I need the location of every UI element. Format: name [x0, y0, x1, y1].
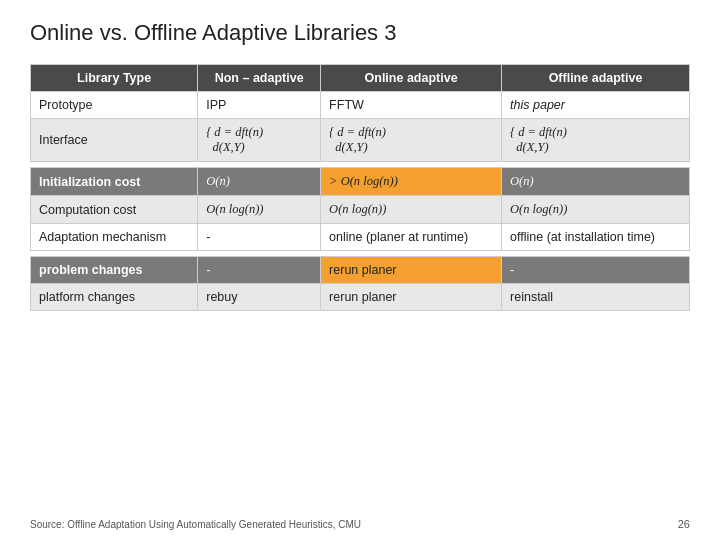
footer: Source: Offline Adaptation Using Automat…: [30, 511, 690, 530]
cell: O(n log(n)): [321, 196, 502, 224]
cell: O(n): [198, 168, 321, 196]
table-row: Initialization cost O(n) > O(n log(n)) O…: [31, 168, 690, 196]
page: Online vs. Offline Adaptive Libraries 3 …: [0, 0, 720, 540]
page-title: Online vs. Offline Adaptive Libraries 3: [30, 20, 690, 46]
cell: Adaptation mechanism: [31, 224, 198, 251]
cell: offline (at installation time): [502, 224, 690, 251]
cell: reinstall: [502, 284, 690, 311]
cell: -: [198, 257, 321, 284]
cell: this paper: [502, 92, 690, 119]
cell: rebuy: [198, 284, 321, 311]
cell: O(n log(n)): [502, 196, 690, 224]
col-header-0: Library Type: [31, 65, 198, 92]
table-row: Adaptation mechanism - online (planer at…: [31, 224, 690, 251]
comparison-table: Library Type Non – adaptive Online adapt…: [30, 64, 690, 311]
table-row: Computation cost O(n log(n)) O(n log(n))…: [31, 196, 690, 224]
cell: O(n log(n)): [198, 196, 321, 224]
cell: { d = dft(n) d(X,Y): [502, 119, 690, 162]
cell: { d = dft(n) d(X,Y): [198, 119, 321, 162]
cell: O(n): [502, 168, 690, 196]
table-row: problem changes - rerun planer -: [31, 257, 690, 284]
cell: > O(n log(n)): [321, 168, 502, 196]
cell: Computation cost: [31, 196, 198, 224]
cell: online (planer at runtime): [321, 224, 502, 251]
cell: { d = dft(n) d(X,Y): [321, 119, 502, 162]
cell: Prototype: [31, 92, 198, 119]
page-number: 26: [678, 518, 690, 530]
col-header-1: Non – adaptive: [198, 65, 321, 92]
table-row: Prototype IPP FFTW this paper: [31, 92, 690, 119]
cell: Interface: [31, 119, 198, 162]
cell: problem changes: [31, 257, 198, 284]
source-text: Source: Offline Adaptation Using Automat…: [30, 515, 361, 530]
table-row: Interface { d = dft(n) d(X,Y) { d = dft(…: [31, 119, 690, 162]
cell: -: [198, 224, 321, 251]
cell: FFTW: [321, 92, 502, 119]
cell: platform changes: [31, 284, 198, 311]
table-row: platform changes rebuy rerun planer rein…: [31, 284, 690, 311]
col-header-3: Offline adaptive: [502, 65, 690, 92]
col-header-2: Online adaptive: [321, 65, 502, 92]
cell: -: [502, 257, 690, 284]
cell: Initialization cost: [31, 168, 198, 196]
cell: IPP: [198, 92, 321, 119]
cell: rerun planer: [321, 257, 502, 284]
cell: rerun planer: [321, 284, 502, 311]
